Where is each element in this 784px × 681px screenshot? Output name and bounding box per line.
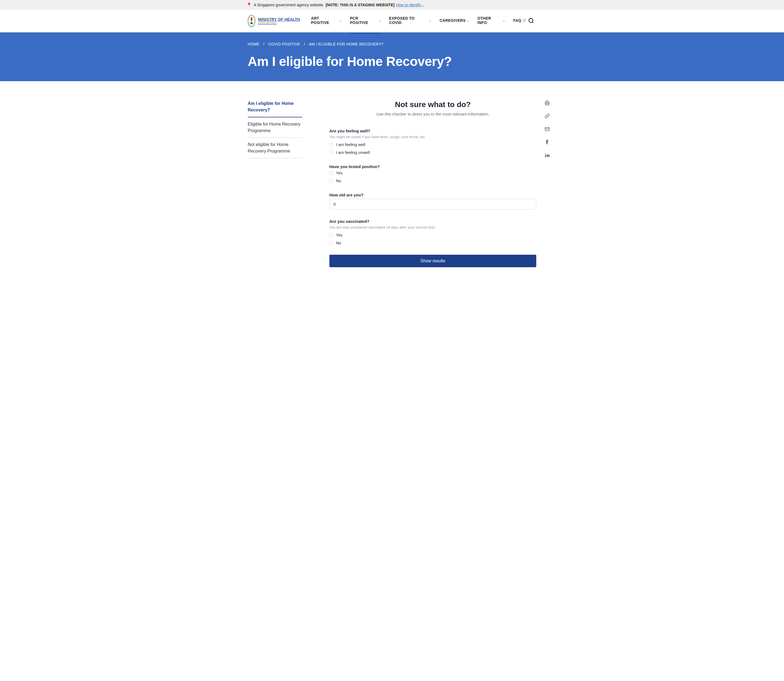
q4-label: Are you vaccinated? <box>329 219 536 223</box>
chevron-down-icon: ⌄ <box>429 19 431 22</box>
checker-title: Not sure what to do? <box>329 100 536 109</box>
q2-option-no[interactable]: No <box>329 179 536 183</box>
age-input[interactable] <box>329 199 536 209</box>
q4-radio-no[interactable] <box>329 241 333 245</box>
main-content: Am I eligible for Home Recovery? Eligibl… <box>242 81 542 286</box>
chevron-down-icon: ⌄ <box>340 19 341 22</box>
linkedin-icon <box>545 153 550 158</box>
nav-other-info[interactable]: OTHER INFO⌄ <box>477 8 505 34</box>
page-hero: HOME / COVID POSITIVE / AM I ELIGIBLE FO… <box>0 32 784 81</box>
gov-banner-text: A Singapore government agency website. <box>254 3 324 7</box>
q1-option-well[interactable]: I am feeling well <box>329 142 536 147</box>
breadcrumb-covid-positive[interactable]: COVID POSITIVE <box>268 42 300 46</box>
q2-label: Have you tested positive? <box>329 164 536 169</box>
linkedin-share-button[interactable] <box>544 152 550 158</box>
question-feeling-well: Are you feeling well? You might be unwel… <box>329 128 536 155</box>
print-button[interactable] <box>544 100 550 106</box>
show-results-button[interactable]: Show results <box>329 255 536 267</box>
chevron-down-icon: ⌄ <box>503 19 505 22</box>
svg-point-1 <box>250 22 253 24</box>
site-logo[interactable]: MINISTRY OF HEALTH SINGAPORE <box>248 15 300 27</box>
svg-line-2 <box>524 19 526 21</box>
q4-radio-yes[interactable] <box>329 233 333 237</box>
email-share-button[interactable] <box>544 127 550 132</box>
sidebar-item-eligible[interactable]: Eligible for Home Recovery Programme <box>248 117 302 138</box>
page-title: Am I eligible for Home Recovery? <box>248 54 536 69</box>
chevron-down-icon: ⌄ <box>379 19 381 22</box>
q4-hint: You are only considered vaccinated 14 da… <box>329 225 536 230</box>
breadcrumb-separator: / <box>263 42 264 46</box>
search-button[interactable] <box>526 16 536 27</box>
share-rail <box>544 100 550 158</box>
breadcrumb-separator: / <box>304 42 305 46</box>
chevron-down-icon: ⌄ <box>422 3 424 6</box>
q1-radio-well[interactable] <box>329 143 333 147</box>
mail-icon <box>545 127 550 131</box>
nav-pcr-positive[interactable]: PCR POSITIVE⌄ <box>350 8 381 34</box>
q1-radio-unwell[interactable] <box>329 150 333 154</box>
search-icon <box>528 18 534 24</box>
breadcrumb: HOME / COVID POSITIVE / AM I ELIGIBLE FO… <box>248 42 536 46</box>
site-header: MINISTRY OF HEALTH SINGAPORE ART POSITIV… <box>0 10 784 32</box>
q2-radio-no[interactable] <box>329 179 333 183</box>
svg-rect-5 <box>546 103 548 105</box>
facebook-icon <box>545 140 550 145</box>
checker-subtitle: Use this checker to direct you to the mo… <box>329 112 536 116</box>
question-age: How old are you? <box>329 193 536 209</box>
breadcrumb-current: AM I ELIGIBLE FOR HOME RECOVERY? <box>309 42 384 46</box>
svg-rect-7 <box>545 155 546 157</box>
question-vaccinated: Are you vaccinated? You are only conside… <box>329 219 536 245</box>
external-link-icon <box>523 19 526 22</box>
q2-option-yes[interactable]: Yes <box>329 171 536 175</box>
q4-option-no[interactable]: No <box>329 241 536 245</box>
sg-lion-icon <box>248 2 252 8</box>
svg-point-3 <box>529 18 533 22</box>
q4-option-yes[interactable]: Yes <box>329 233 536 237</box>
q1-option-unwell[interactable]: I am feeling unwell <box>329 150 536 155</box>
moh-logo-icon <box>248 15 255 27</box>
chevron-down-icon: ⌄ <box>467 19 469 22</box>
svg-point-8 <box>545 154 546 154</box>
checker-panel: Not sure what to do? Use this checker to… <box>329 100 536 267</box>
nav-art-positive[interactable]: ART POSITIVE⌄ <box>311 8 341 34</box>
copy-link-button[interactable] <box>544 113 550 119</box>
svg-line-4 <box>532 22 533 23</box>
section-sidebar: Am I eligible for Home Recovery? Eligibl… <box>248 100 302 267</box>
breadcrumb-home[interactable]: HOME <box>248 42 259 46</box>
nav-exposed-to-covid[interactable]: EXPOSED TO COVID⌄ <box>389 8 432 34</box>
logo-title: MINISTRY OF HEALTH <box>258 17 300 22</box>
q3-label: How old are you? <box>329 193 536 197</box>
q1-hint: You might be unwell if you have fever, c… <box>329 135 536 139</box>
question-tested-positive: Have you tested positive? Yes No <box>329 164 536 183</box>
how-to-identify-link[interactable]: How to identify ⌄ <box>396 3 424 7</box>
sidebar-item-not-eligible[interactable]: Not eligible for Home Recovery Programme <box>248 138 302 158</box>
link-icon <box>545 114 550 119</box>
nav-faq[interactable]: FAQ <box>513 8 526 34</box>
sidebar-item-eligibility[interactable]: Am I eligible for Home Recovery? <box>248 100 302 117</box>
print-icon <box>545 100 550 105</box>
q2-radio-yes[interactable] <box>329 171 333 175</box>
facebook-share-button[interactable] <box>544 139 550 145</box>
q1-label: Are you feeling well? <box>329 128 536 133</box>
logo-subtitle: SINGAPORE <box>258 22 300 25</box>
staging-note: [NOTE: THIS IS A STAGING WEBSITE] <box>326 3 394 7</box>
main-nav: ART POSITIVE⌄ PCR POSITIVE⌄ EXPOSED TO C… <box>311 8 526 34</box>
nav-caregivers[interactable]: CAREGIVERS⌄ <box>439 8 469 34</box>
